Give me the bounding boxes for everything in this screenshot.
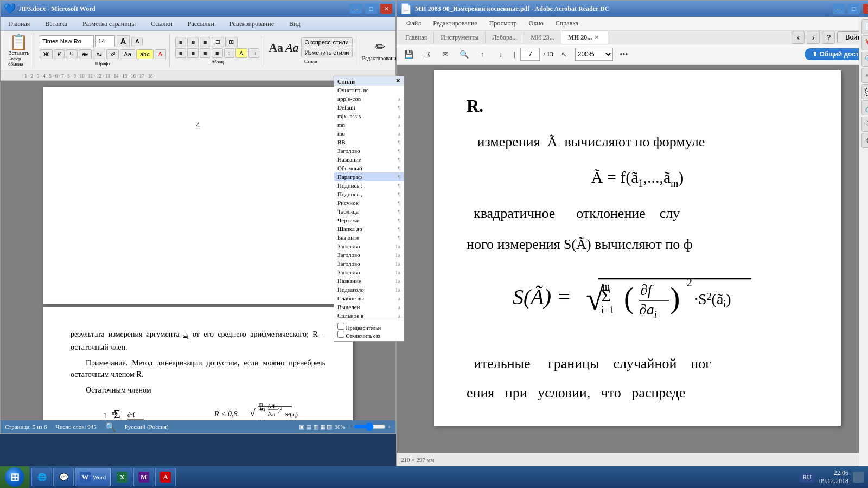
list-btn1[interactable]: ≡ [175, 37, 186, 47]
style-item-table[interactable]: Таблица¶ [334, 207, 404, 216]
pdf-tab-mi20[interactable]: МИ 20...✕ [561, 31, 609, 44]
pdf-side-tool-2[interactable]: 🔖 [861, 35, 868, 50]
pdf-menu-edit[interactable]: Редактирование [427, 18, 482, 29]
word-close-btn[interactable]: ✕ [380, 4, 392, 14]
style-item-subheading[interactable]: Подзаголо1a [334, 285, 404, 294]
disable-link-checkbox[interactable] [337, 331, 344, 338]
zoom-minus[interactable]: − [348, 423, 351, 430]
pdf-tool-search[interactable]: 🔍 [456, 47, 471, 62]
taskbar-app-chrome[interactable]: 🌐 [31, 468, 52, 486]
pdf-zoom-select[interactable]: 200% 150% 100% 75% [575, 48, 613, 61]
style-item-h1b[interactable]: Заголово1a [334, 251, 404, 259]
pdf-side-tool-4[interactable]: ✏ [861, 68, 868, 83]
pdf-side-tool-5[interactable]: 💬 [861, 84, 868, 99]
express-styles-btn[interactable]: Экспресс-стили [301, 37, 353, 47]
paste-icon[interactable]: 📋 [9, 35, 28, 50]
zoom-slider[interactable] [353, 422, 386, 431]
pdf-tab-tools[interactable]: Инструменты [434, 31, 486, 44]
list-btn3[interactable]: ≡ [200, 37, 210, 47]
pdf-minimize-btn[interactable]: ─ [833, 4, 845, 14]
style-item-h1d[interactable]: Заголово1a [334, 268, 404, 277]
case-btn[interactable]: Аа [120, 49, 135, 59]
border-btn[interactable]: □ [248, 48, 260, 58]
align-center[interactable]: ≡ [187, 48, 198, 58]
style-aa-icon[interactable]: Aa [269, 41, 283, 55]
font-size-input[interactable] [95, 35, 115, 47]
tab-insert[interactable]: Вставка [37, 18, 75, 30]
pdf-tool-print[interactable]: 🖨 [419, 47, 435, 62]
bold-btn[interactable]: Ж [40, 49, 53, 59]
pdf-tab-mi23[interactable]: МИ 23... [524, 31, 561, 44]
style-item-apple[interactable]: apple-cona [334, 94, 404, 103]
style-item-heading[interactable]: Заголово¶ [334, 146, 404, 155]
style-item-clear[interactable]: Очистить вс [334, 86, 404, 94]
style-item-name1a[interactable]: Название1a [334, 277, 404, 285]
pdf-tool-email[interactable]: ✉ [438, 47, 453, 62]
pdf-cursor-btn[interactable]: ↖ [557, 47, 572, 62]
style-item-strong[interactable]: Сильное вa [334, 311, 404, 320]
align-left[interactable]: ≡ [175, 48, 186, 58]
pdf-maximize-btn[interactable]: □ [848, 4, 860, 14]
underline-btn[interactable]: Ч [66, 49, 77, 59]
taskbar-app-skype[interactable]: 💬 [53, 468, 74, 486]
style-item-chapka[interactable]: Шапка до¶ [334, 224, 404, 233]
align-right[interactable]: ≡ [200, 48, 210, 58]
taskbar-app-word[interactable]: W Word [75, 468, 111, 486]
start-button[interactable]: ⊞ [0, 466, 29, 488]
style-item-mjx[interactable]: mjx_assisa [334, 112, 404, 120]
pdf-tool-down[interactable]: ↓ [493, 47, 508, 62]
style-item-name[interactable]: Название¶ [334, 155, 404, 164]
tab-layout[interactable]: Разметка страницы [75, 18, 143, 30]
zoom-plus[interactable]: + [388, 423, 391, 430]
font-color-btn[interactable]: А [155, 49, 166, 59]
pdf-page-input[interactable] [520, 48, 540, 61]
pdf-menu-file[interactable]: Файл [401, 18, 426, 29]
taskbar-app-m[interactable]: M [133, 468, 154, 486]
font-shrink-btn[interactable]: A [131, 37, 143, 46]
tab-review[interactable]: Рецензирование [222, 18, 282, 30]
tab-refs[interactable]: Ссылки [143, 18, 180, 30]
style-item-mo[interactable]: moa [334, 129, 404, 138]
pdf-tab-home[interactable]: Главная [399, 31, 434, 44]
style-item-bb[interactable]: BB¶ [334, 138, 404, 146]
word-maximize-btn[interactable]: □ [365, 4, 377, 14]
pdf-side-tool-7[interactable]: 🛡 [861, 117, 868, 132]
pdf-tool-save[interactable]: 💾 [401, 47, 416, 62]
style-item-drawings[interactable]: Чертежи¶ [334, 216, 404, 224]
pdf-close-btn[interactable]: ✕ [863, 4, 868, 14]
pdf-nav-right[interactable]: › [807, 31, 820, 44]
indent-btn1[interactable]: ⊡ [212, 37, 224, 47]
pdf-tool-up[interactable]: ↑ [475, 47, 490, 62]
style-item-mn[interactable]: mna [334, 120, 404, 129]
style-item-caption1[interactable]: Подпись :¶ [334, 181, 404, 190]
pdf-side-tool-8[interactable]: ⚙ [861, 133, 868, 148]
italic-btn[interactable]: К [54, 49, 65, 59]
subscript-btn[interactable]: x₂ [93, 49, 106, 59]
pdf-side-tool-6[interactable]: 🔗 [861, 100, 868, 115]
list-btn2[interactable]: ≡ [187, 37, 198, 47]
pdf-menu-window[interactable]: Окно [524, 18, 549, 29]
pdf-menu-help[interactable]: Справка [550, 18, 584, 29]
pdf-help-btn[interactable]: ? [822, 31, 835, 44]
style-aa2-icon[interactable]: Аa [285, 41, 298, 55]
pdf-nav-left[interactable]: ‹ [792, 31, 805, 44]
style-item-h1c[interactable]: Заголово1a [334, 259, 404, 268]
align-justify[interactable]: ≡ [212, 48, 222, 58]
edit-icon[interactable]: ✏ [375, 40, 385, 54]
word-minimize-btn[interactable]: ─ [350, 4, 362, 14]
font-family-input[interactable] [40, 35, 94, 47]
change-styles-btn[interactable]: Изменить стили [301, 48, 353, 57]
tab-home[interactable]: Главная [1, 18, 37, 30]
taskbar-lang[interactable]: RU [799, 472, 815, 483]
fill-color[interactable]: A [235, 48, 247, 58]
pdf-tab-lab[interactable]: Лабора... [486, 31, 524, 44]
style-item-paragraph[interactable]: Параграф¶ [334, 172, 404, 181]
pdf-side-tool-3[interactable]: 🔍 [861, 52, 868, 67]
style-item-emph[interactable]: Выделенa [334, 303, 404, 311]
tab-view[interactable]: Вид [282, 18, 308, 30]
style-item-weak[interactable]: Слабое выa [334, 294, 404, 303]
show-desktop-btn[interactable] [853, 472, 864, 483]
pdf-more-btn[interactable]: ••• [616, 47, 631, 62]
line-spacing[interactable]: ↕ [224, 48, 235, 58]
style-item-caption2[interactable]: Подпись ,¶ [334, 190, 404, 198]
